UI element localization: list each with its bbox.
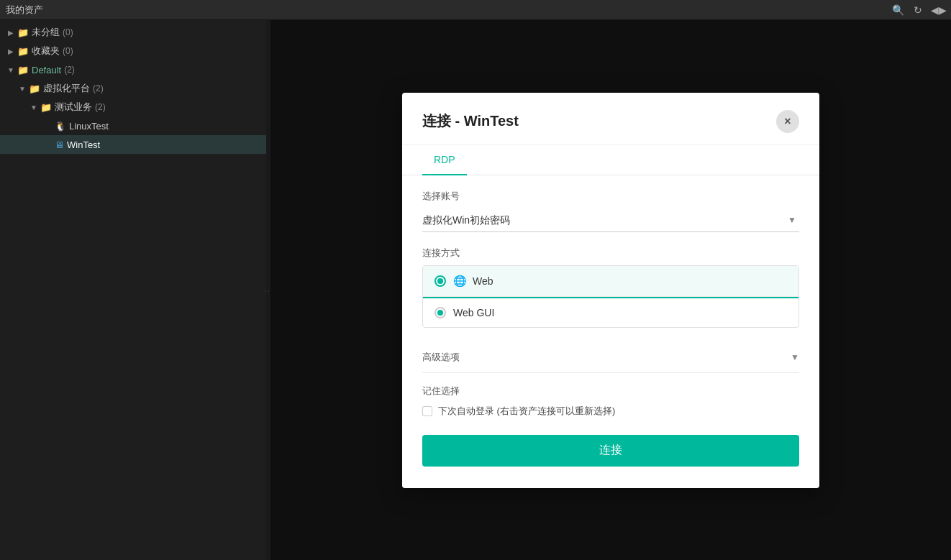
count-badge: (2) (64, 65, 75, 75)
globe-icon: 🌐 (453, 275, 467, 288)
sidebar: ▶ 📁 未分组 (0) ▶ 📁 收藏夹 (0) ▼ 📁 Default (2) … (0, 20, 266, 560)
sidebar-item-label: 测试业务 (55, 101, 92, 114)
count-badge: (0) (63, 46, 73, 56)
arrow-icon: ▼ (17, 85, 27, 93)
nav-icon[interactable]: ◀▶ (931, 4, 945, 16)
arrow-icon: ▼ (29, 104, 39, 111)
autologin-label: 下次自动登录 (右击资产连接可以重新选择) (438, 405, 615, 418)
connection-group: 连接方式 🌐 Web (422, 247, 799, 328)
sidebar-item-label: LinuxTest (69, 121, 109, 132)
conn-option-webgui-label: Web GUI (453, 307, 494, 318)
connection-options: 🌐 Web Web GUI (422, 265, 799, 328)
autologin-row[interactable]: 下次自动登录 (右击资产连接可以重新选择) (422, 405, 799, 418)
connect-modal: 连接 - WinTest × RDP 选择账号 虚拟化Win初始密码 ▼ (402, 93, 819, 488)
remember-label: 记住选择 (422, 385, 799, 398)
sidebar-item-ungroup[interactable]: ▶ 📁 未分组 (0) (0, 23, 266, 42)
conn-option-webgui[interactable]: Web GUI (423, 298, 798, 327)
sidebar-item-default[interactable]: ▼ 📁 Default (2) (0, 60, 266, 79)
count-badge: (0) (63, 27, 73, 37)
account-select[interactable]: 虚拟化Win初始密码 (422, 208, 799, 231)
conn-option-web-label: Web (473, 275, 493, 287)
sidebar-item-label: Default (32, 65, 61, 75)
tab-rdp[interactable]: RDP (422, 145, 467, 175)
sidebar-item-linuxtest[interactable]: 🐧 LinuxTest (0, 116, 266, 135)
chevron-down-icon: ▼ (791, 352, 799, 362)
top-bar: 我的资产 🔍 ↻ ◀▶ (0, 0, 951, 20)
refresh-icon[interactable]: ↻ (911, 4, 925, 16)
search-icon[interactable]: 🔍 (891, 4, 905, 16)
modal-overlay: 连接 - WinTest × RDP 选择账号 虚拟化Win初始密码 ▼ (270, 20, 951, 560)
modal-header: 连接 - WinTest × (402, 93, 819, 145)
main-content: 连接 - WinTest × RDP 选择账号 虚拟化Win初始密码 ▼ (270, 20, 951, 560)
account-label: 选择账号 (422, 190, 799, 203)
arrow-icon: ▶ (6, 47, 16, 55)
folder-icon: 📁 (40, 102, 52, 113)
modal-body: 选择账号 虚拟化Win初始密码 ▼ 连接方式 (402, 190, 819, 418)
sidebar-item-label: WinTest (67, 139, 100, 150)
advanced-section[interactable]: 高级选项 ▼ (422, 342, 799, 373)
modal-tabs: RDP (402, 145, 819, 175)
sidebar-item-test-service[interactable]: ▼ 📁 测试业务 (2) (0, 98, 266, 116)
sidebar-item-label: 收藏夹 (32, 45, 60, 58)
autologin-checkbox[interactable] (422, 406, 432, 416)
sidebar-item-label: 未分组 (32, 26, 60, 39)
remember-section: 记住选择 下次自动登录 (右击资产连接可以重新选择) (422, 385, 799, 418)
folder-icon: 📁 (17, 65, 29, 75)
radio-webgui (434, 307, 446, 318)
radio-web (434, 275, 446, 287)
account-group: 选择账号 虚拟化Win初始密码 ▼ (422, 190, 799, 232)
sidebar-item-favorites[interactable]: ▶ 📁 收藏夹 (0) (0, 42, 266, 60)
modal-close-button[interactable]: × (776, 110, 799, 133)
windows-icon: 🖥 (55, 139, 64, 150)
account-select-wrapper[interactable]: 虚拟化Win初始密码 ▼ (422, 208, 799, 232)
connection-label: 连接方式 (422, 247, 799, 260)
connect-button[interactable]: 连接 (422, 435, 799, 467)
app-title: 我的资产 (6, 4, 43, 17)
arrow-icon: ▶ (6, 29, 16, 37)
count-badge: (2) (93, 83, 104, 93)
linux-icon: 🐧 (55, 121, 66, 132)
arrow-icon: ▼ (6, 66, 16, 74)
top-bar-icons: 🔍 ↻ ◀▶ (891, 4, 945, 16)
conn-option-web[interactable]: 🌐 Web (423, 266, 798, 297)
count-badge: (2) (95, 102, 106, 112)
folder-icon: 📁 (29, 83, 40, 94)
advanced-label: 高级选项 (422, 351, 460, 364)
folder-icon: 📁 (17, 46, 29, 57)
sidebar-item-label: 虚拟化平台 (43, 82, 90, 95)
sidebar-item-wintest[interactable]: 🖥 WinTest (0, 135, 266, 154)
folder-icon: 📁 (17, 27, 29, 38)
modal-title: 连接 - WinTest (422, 111, 519, 131)
sidebar-item-virt-platform[interactable]: ▼ 📁 虚拟化平台 (2) (0, 79, 266, 98)
